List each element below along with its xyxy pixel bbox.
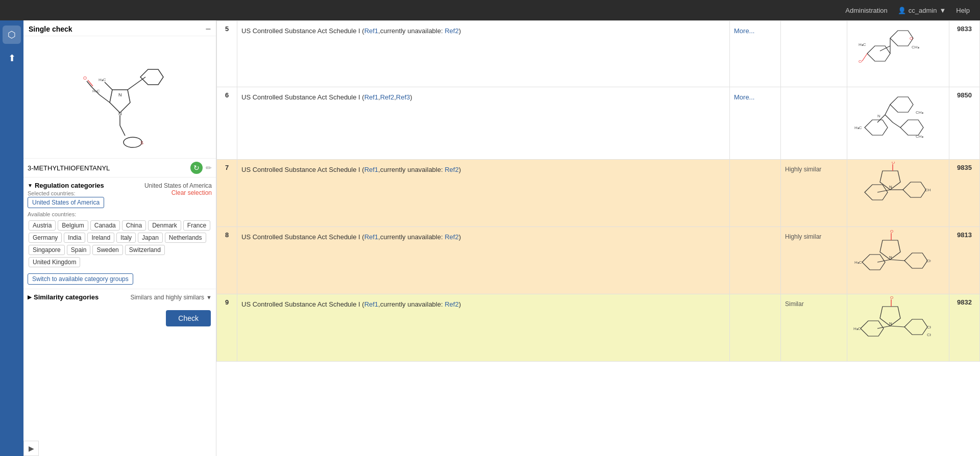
regulation-section-header[interactable]: ▼ Regulation categories United States of… <box>28 182 212 189</box>
refresh-button[interactable]: ↻ <box>190 162 203 174</box>
close-panel-button[interactable]: − <box>205 24 211 34</box>
ref1-link[interactable]: Ref1 <box>364 27 378 35</box>
country-tag[interactable]: Netherlands <box>165 233 206 243</box>
svg-text:CH₃: CH₃ <box>912 45 919 49</box>
more-cell: More... <box>730 87 781 160</box>
molecule-svg: N O H₃C S H₃C N <box>64 41 176 154</box>
check-button[interactable]: Check <box>166 310 211 326</box>
svg-point-12 <box>124 137 142 147</box>
administration-link[interactable]: Administration <box>845 7 887 14</box>
svg-line-60 <box>877 326 890 328</box>
country-tag[interactable]: China <box>122 220 146 231</box>
ref2-link[interactable]: Ref2 <box>445 233 458 241</box>
svg-marker-38 <box>903 182 926 197</box>
help-link[interactable]: Help <box>956 7 970 14</box>
svg-text:CH₃: CH₃ <box>927 325 931 330</box>
ref1-link[interactable]: Ref1 <box>364 93 378 101</box>
similarity-title: ▶ Similarity categories <box>28 293 99 301</box>
svg-text:N: N <box>889 321 892 326</box>
reg-text: US Controlled Substance Act Schedule I ( <box>241 300 364 308</box>
country-tag[interactable]: Canada <box>90 220 120 231</box>
results-table: 5US Controlled Substance Act Schedule I … <box>216 20 980 362</box>
svg-text:O: O <box>859 59 862 64</box>
svg-text:H₃C: H₃C <box>853 326 861 331</box>
selected-countries-area: Selected countries: Clear selection Unit… <box>28 189 212 208</box>
svg-text:H₃C: H₃C <box>859 42 866 47</box>
ref2-link[interactable]: Ref2 <box>445 300 458 308</box>
molecule-input-area: 3-METHYLTHIOFENTANYL ↻ ✏ <box>23 159 216 178</box>
reg-text: US Controlled Substance Act Schedule I ( <box>241 27 364 35</box>
edit-icon[interactable]: ✏ <box>206 164 212 172</box>
user-menu[interactable]: 👤 cc_admin ▼ <box>898 7 946 14</box>
country-tag[interactable]: Italy <box>116 233 136 243</box>
ref1-link[interactable]: Ref1 <box>364 166 378 173</box>
cube-icon-btn[interactable]: ⬡ <box>3 26 21 44</box>
svg-marker-18 <box>867 46 890 61</box>
svg-line-20 <box>880 46 890 51</box>
svg-line-25 <box>862 54 867 61</box>
country-tag[interactable]: Spain <box>67 245 91 255</box>
reg-text: US Controlled Substance Act Schedule I ( <box>241 233 364 241</box>
svg-line-31 <box>885 115 893 122</box>
svg-text:CH₃: CH₃ <box>916 134 923 139</box>
molecule-display: N O H₃C S H₃C N <box>23 36 216 159</box>
regulation-text-cell: US Controlled Substance Act Schedule I (… <box>237 227 730 294</box>
country-tag[interactable]: France <box>183 220 210 231</box>
country-tag[interactable]: Switzerland <box>125 245 165 255</box>
country-tag[interactable]: United Kingdom <box>29 257 80 267</box>
upload-icon-btn[interactable]: ⬆ <box>3 49 21 67</box>
selected-country-tag[interactable]: United States of America <box>28 197 104 208</box>
regulation-text-cell: US Controlled Substance Act Schedule I (… <box>237 87 730 160</box>
more-link[interactable]: More... <box>734 93 754 101</box>
selected-label: Selected countries: <box>28 190 76 196</box>
panel-title-text: Single check <box>29 25 72 33</box>
svg-line-14 <box>105 82 112 90</box>
country-tag[interactable]: Japan <box>138 233 163 243</box>
ref1-link[interactable]: Ref1 <box>364 300 378 308</box>
similarity-section-header[interactable]: ▶ Similarity categories Similars and hig… <box>28 293 212 301</box>
ref1-link[interactable]: Ref1 <box>364 233 378 241</box>
reg-text: US Controlled Substance Act Schedule I ( <box>241 93 364 101</box>
table-row: 6US Controlled Substance Act Schedule I … <box>217 87 980 160</box>
structure-cell: N H₃C CH₃ CH₃ <box>847 87 949 160</box>
country-tag[interactable]: Belgium <box>58 220 88 231</box>
more-cell <box>730 160 781 227</box>
username-label: cc_admin <box>909 7 937 14</box>
svg-text:CH₃: CH₃ <box>926 259 931 263</box>
svg-line-32 <box>893 122 900 128</box>
svg-text:H₃C: H₃C <box>854 260 862 265</box>
svg-marker-57 <box>904 319 927 335</box>
country-tag[interactable]: India <box>64 233 85 243</box>
ref2-link[interactable]: Ref2 <box>445 27 458 35</box>
molecule-name-input[interactable]: 3-METHYLTHIOFENTANYL <box>28 164 187 172</box>
svg-marker-26 <box>890 97 913 112</box>
available-label: Available countries: <box>28 211 212 217</box>
country-tag[interactable]: Denmark <box>148 220 181 231</box>
svg-marker-39 <box>865 185 888 200</box>
more-link[interactable]: More... <box>734 27 754 35</box>
ref3-link[interactable]: Ref3 <box>396 93 410 101</box>
country-tag[interactable]: Ireland <box>87 233 114 243</box>
check-button-area: Check <box>23 305 216 332</box>
svg-text:O: O <box>892 162 895 165</box>
ref2-link[interactable]: Ref2 <box>445 166 458 173</box>
switch-category-groups-link[interactable]: Switch to available category groups <box>28 273 133 285</box>
structure-cell: N O CH₃ H₃C <box>847 227 949 294</box>
more-cell <box>730 294 781 362</box>
country-tag[interactable]: Austria <box>29 220 56 231</box>
svg-line-49 <box>890 260 904 261</box>
row-number: 9 <box>217 294 237 362</box>
similarity-label-cell <box>781 21 847 87</box>
svg-text:O: O <box>910 36 913 41</box>
country-tag[interactable]: Germany <box>29 233 62 243</box>
ref2-link[interactable]: Ref2 <box>380 93 394 101</box>
similarity-title-text: Similarity categories <box>34 293 99 301</box>
svg-marker-2 <box>140 69 163 85</box>
clear-selection-link[interactable]: Clear selection <box>172 189 212 196</box>
country-tag[interactable]: Singapore <box>29 245 65 255</box>
similarity-label-cell: Highly similar <box>781 227 847 294</box>
country-tag[interactable]: Sweden <box>92 245 122 255</box>
main-content: 5US Controlled Substance Act Schedule I … <box>216 20 980 456</box>
expand-panel-button[interactable]: ▶ <box>23 441 39 456</box>
regulation-section: ▼ Regulation categories United States of… <box>23 178 216 289</box>
